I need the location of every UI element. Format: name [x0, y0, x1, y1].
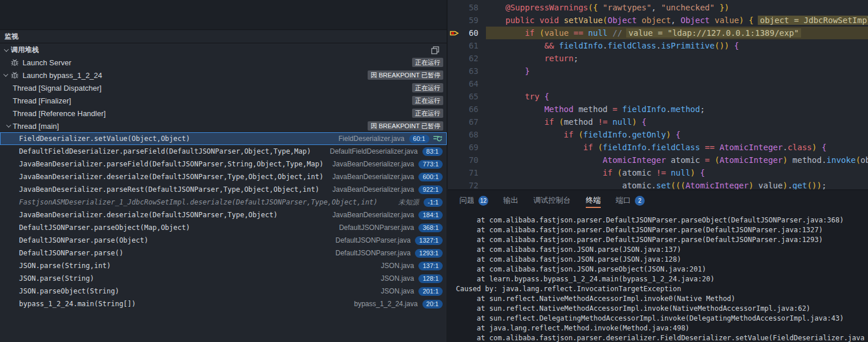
panel-tab-问题[interactable]: 问题12	[459, 190, 488, 211]
stack-frame-file: JSON.java	[381, 262, 414, 270]
stack-frame-meta: DefaultFieldDeserializer.java83:1	[323, 147, 443, 156]
thread-label: Thread [Reference Handler]	[13, 109, 106, 118]
line-number: 62	[462, 52, 486, 65]
editor-gutter: 69	[448, 141, 486, 154]
code-editor[interactable]: 58 @SuppressWarnings({ "rawtypes", "unch…	[448, 0, 868, 189]
breakpoint-gutter[interactable]	[448, 116, 462, 128]
stack-frame-file: DefaultFieldDeserializer.java	[330, 147, 418, 155]
terminal-line: at com.alibaba.fastjson.JSON.parse(JSON.…	[456, 255, 868, 265]
stack-frame-line-badge: 1327:1	[415, 236, 443, 245]
breakpoint-gutter[interactable]	[448, 154, 462, 166]
breakpoint-gutter[interactable]	[448, 179, 462, 189]
panel-tab-label: 调试控制台	[533, 195, 571, 206]
chevron-down-icon[interactable]	[2, 73, 10, 77]
thread-row[interactable]: Thread [Finalizer]正在运行	[0, 94, 447, 107]
stack-frame-row[interactable]: JSON.parse(String,int)JSON.java137:1	[0, 259, 447, 272]
stack-frame-meta: DefaultJSONParser.java1293:1	[328, 249, 443, 258]
breakpoint-current-line-icon[interactable]	[448, 27, 462, 39]
code-text: return;	[486, 52, 868, 65]
panel-tab-终端[interactable]: 终端	[586, 190, 601, 211]
stack-frame-row[interactable]: JSON.parse(String)JSON.java128:1	[0, 272, 447, 285]
stack-frame-row[interactable]: DefaultJSONParser.parse(Object)DefaultJS…	[0, 234, 447, 247]
stack-frame-meta: JavaBeanDeserializer.java922:1	[326, 185, 443, 194]
terminal-line: at java.lang.reflect.Method.invoke(Metho…	[456, 324, 868, 333]
stack-frame-row[interactable]: DefaultJSONParser.parseObject(Map,Object…	[0, 221, 447, 234]
breakpoint-gutter[interactable]	[448, 90, 462, 103]
code-text: atomic.set(((AtomicInteger) value).get()…	[486, 179, 868, 189]
line-number: 70	[462, 154, 486, 166]
session-row[interactable]: Launch Server正在运行	[0, 56, 447, 69]
breakpoint-gutter[interactable]	[448, 1, 462, 14]
thread-row[interactable]: Thread [Signal Dispatcher]正在运行	[0, 81, 447, 94]
watch-section-header[interactable]: 监视	[0, 29, 447, 43]
breakpoint-gutter[interactable]	[448, 65, 462, 77]
status-badge: 正在运行	[412, 96, 443, 105]
thread-label: Thread [main]	[13, 122, 59, 131]
code-text: Method method = fieldInfo.method;	[486, 103, 868, 116]
breakpoint-gutter[interactable]	[448, 77, 462, 90]
panel-tab-调试控制台[interactable]: 调试控制台	[533, 190, 571, 211]
line-number: 67	[462, 116, 486, 128]
stack-frame-row[interactable]: bypass_1_2_24.main(String[])bypass_1_2_2…	[0, 298, 447, 310]
stack-frame-meta: FieldDeserializer.java60:1	[332, 135, 443, 143]
breakpoint-gutter[interactable]	[448, 128, 462, 141]
session-label: Launch bypass_1_2_24	[23, 71, 102, 80]
stack-frame-meta: bypass_1_2_24.java20:1	[347, 300, 443, 308]
terminal-line: at com.alibaba.fastjson.JSON.parse(JSON.…	[456, 245, 868, 255]
breakpoint-gutter[interactable]	[448, 141, 462, 154]
line-number: 59	[462, 14, 486, 27]
stack-frame-file: JavaBeanDeserializer.java	[332, 185, 414, 194]
code-text	[486, 77, 868, 90]
bottom-panel: 问题12输出调试控制台终端端口2 at com.alibaba.fastjson…	[448, 189, 868, 342]
editor-gutter: 63	[448, 65, 486, 77]
stack-frame-row[interactable]: FastjsonASMDeserializer_1_JdbcRowSetImpl…	[0, 196, 447, 209]
terminal-line: Caused by: java.lang.reflect.InvocationT…	[456, 284, 868, 294]
callstack-section-header[interactable]: 调用堆栈	[0, 43, 447, 56]
stack-frame-file: DefaultJSONParser.java	[339, 224, 414, 232]
thread-label: Thread [Signal Dispatcher]	[13, 84, 102, 92]
code-text: @SuppressWarnings({ "rawtypes", "uncheck…	[486, 1, 868, 14]
breakpoint-gutter[interactable]	[448, 14, 462, 27]
thread-row[interactable]: Thread [main]因 BREAKPOINT 已暂停	[0, 120, 447, 132]
stack-frame-row[interactable]: JavaBeanDeserializer.deserialze(DefaultJ…	[0, 209, 447, 221]
stack-frame-file: JavaBeanDeserializer.java	[332, 160, 414, 168]
stack-frame-file: JSON.java	[381, 287, 414, 295]
breakpoint-gutter[interactable]	[448, 166, 462, 179]
terminal-line: at com.alibaba.fastjson.parser.DefaultJS…	[456, 225, 868, 235]
stack-frame-row[interactable]: DefaultJSONParser.parse()DefaultJSONPars…	[0, 247, 447, 259]
panel-tab-label: 终端	[586, 195, 601, 206]
stack-frame-row[interactable]: DefaultFieldDeserializer.parseField(Defa…	[0, 145, 447, 158]
copy-call-stack-icon[interactable]	[431, 46, 440, 55]
stack-frame-meta: DefaultJSONParser.java1327:1	[328, 236, 443, 245]
panel-tab-count-badge: 12	[478, 196, 488, 206]
code-line: 61 && fieldInfo.fieldClass.isPrimitive()…	[448, 39, 868, 52]
breakpoint-gutter[interactable]	[448, 103, 462, 116]
stack-frame-row[interactable]: JavaBeanDeserializer.parseField(DefaultJ…	[0, 158, 447, 170]
line-number: 58	[462, 1, 486, 14]
variables-empty-area	[0, 0, 447, 29]
code-line: 68 if (fieldInfo.getOnly) {	[448, 128, 868, 141]
line-number: 66	[462, 103, 486, 116]
status-badge: 正在运行	[412, 109, 443, 118]
stack-frame-row[interactable]: JavaBeanDeserializer.deserialze(DefaultJ…	[0, 170, 447, 183]
chevron-down-icon[interactable]	[5, 124, 13, 128]
session-row[interactable]: Launch bypass_1_2_24因 BREAKPOINT 已暂停	[0, 69, 447, 81]
stack-frame-row[interactable]: JSON.parseObject(String)JSON.java201:1	[0, 285, 447, 298]
editor-gutter: 66	[448, 103, 486, 116]
editor-gutter: 72	[448, 179, 486, 189]
panel-tab-端口[interactable]: 端口2	[616, 190, 645, 211]
stack-frame-file: DefaultJSONParser.java	[335, 236, 410, 244]
breakpoint-gutter[interactable]	[448, 39, 462, 52]
code-line: 64	[448, 77, 868, 90]
breakpoint-gutter[interactable]	[448, 52, 462, 65]
restart-frame-icon[interactable]	[433, 135, 443, 143]
chevron-down-icon[interactable]	[5, 46, 8, 54]
stack-frame-row[interactable]: FieldDeserializer.setValue(Object,Object…	[0, 132, 447, 145]
thread-row[interactable]: Thread [Reference Handler]正在运行	[0, 107, 447, 120]
stack-frame-row[interactable]: JavaBeanDeserializer.parseRest(DefaultJS…	[0, 183, 447, 196]
panel-tab-输出[interactable]: 输出	[503, 190, 518, 211]
thread-label: Thread [Finalizer]	[13, 96, 71, 105]
editor-gutter: 71	[448, 166, 486, 179]
terminal-output[interactable]: at com.alibaba.fastjson.parser.DefaultJS…	[448, 211, 868, 342]
code-text: if (fieldInfo.fieldClass == AtomicIntege…	[486, 141, 868, 154]
